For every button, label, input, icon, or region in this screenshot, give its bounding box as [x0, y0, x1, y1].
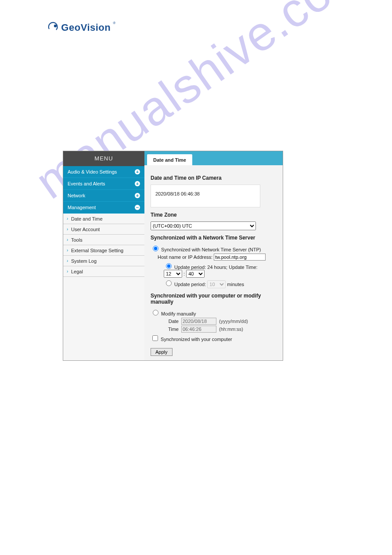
- logo-tm: ®: [112, 21, 116, 25]
- submenu-label: User Account: [71, 227, 100, 232]
- update-period-select[interactable]: 10: [207, 280, 226, 288]
- logo-text: GeoVision: [61, 22, 111, 33]
- heading-ntp: Synchronized with a Network Time Server: [151, 235, 277, 241]
- submenu-label: Date and Time: [71, 216, 103, 221]
- svg-point-0: [54, 25, 57, 27]
- sidebar-item-network[interactable]: Network +: [63, 190, 144, 202]
- update-period-radio[interactable]: [166, 280, 172, 286]
- submenu-item-legal[interactable]: Legal: [63, 266, 144, 277]
- update-period-label-a: Update period:: [174, 282, 206, 287]
- submenu-label: Tools: [71, 237, 83, 243]
- sync-pc-checkbox[interactable]: [152, 335, 158, 341]
- tab-date-time[interactable]: Date and Time: [147, 154, 192, 165]
- plus-icon: +: [135, 193, 140, 198]
- time-hint: (hh:mm:ss): [219, 326, 243, 332]
- submenu-item-tools[interactable]: Tools: [63, 235, 144, 245]
- date-input[interactable]: [181, 318, 216, 325]
- plus-icon: +: [135, 181, 140, 186]
- sync-pc-label: Synchronized with your computer: [161, 337, 232, 342]
- update-24h-radio[interactable]: [166, 263, 172, 269]
- time-label: Time: [164, 326, 179, 332]
- submenu: Date and Time User Account Tools Externa…: [63, 214, 144, 277]
- ntp-radio-label: Synchronized with Network Time Server (N…: [161, 247, 261, 252]
- minus-icon: −: [135, 205, 140, 210]
- update-period-label-b: minutes: [227, 282, 244, 287]
- sidebar-spacer: [63, 277, 144, 330]
- update-colon: :: [183, 271, 185, 276]
- timezone-select[interactable]: (UTC+00:00) UTC: [151, 221, 256, 230]
- manual-radio[interactable]: [153, 310, 158, 316]
- host-label: Host name or IP Address:: [158, 254, 212, 260]
- apply-button[interactable]: Apply: [151, 348, 173, 356]
- update-24h-label: Update period: 24 hours; Update Time:: [174, 265, 258, 270]
- current-datetime-display: 2020/08/18 06:46:38: [151, 185, 260, 207]
- date-label: Date: [164, 319, 179, 324]
- update-hour-select[interactable]: 12: [164, 270, 182, 278]
- sidebar-item-label: Audio & Video Settings: [68, 169, 117, 174]
- plus-icon: +: [135, 169, 140, 174]
- submenu-item-system-log[interactable]: System Log: [63, 256, 144, 266]
- time-input[interactable]: [181, 326, 216, 333]
- brand-logo: GeoVision ®: [47, 21, 116, 34]
- submenu-label: External Storage Setting: [71, 248, 123, 253]
- settings-panel: Date and Time on IP Camera 2020/08/18 06…: [144, 165, 283, 360]
- app-window: MENU Audio & Video Settings + Events and…: [63, 151, 283, 361]
- heading-timezone: Time Zone: [151, 212, 277, 218]
- ntp-radio[interactable]: [153, 246, 158, 251]
- heading-camera-time: Date and Time on IP Camera: [151, 175, 277, 181]
- menu-title: MENU: [63, 151, 144, 166]
- sidebar-item-label: Network: [68, 193, 85, 198]
- host-input[interactable]: [214, 254, 266, 261]
- sidebar-item-management[interactable]: Management −: [63, 202, 144, 214]
- date-hint: (yyyy/mm/dd): [219, 319, 248, 324]
- update-min-select[interactable]: 40: [186, 270, 205, 278]
- logo-swoosh-icon: [47, 21, 59, 34]
- submenu-label: System Log: [71, 258, 97, 264]
- submenu-item-external-storage[interactable]: External Storage Setting: [63, 245, 144, 256]
- content-area: Date and Time Date and Time on IP Camera…: [144, 151, 283, 360]
- submenu-label: Legal: [71, 269, 83, 274]
- tab-bar: Date and Time: [144, 151, 283, 165]
- sidebar-item-events-alerts[interactable]: Events and Alerts +: [63, 178, 144, 190]
- sidebar-item-label: Management: [68, 205, 96, 210]
- submenu-item-date-time[interactable]: Date and Time: [63, 214, 144, 224]
- sidebar: MENU Audio & Video Settings + Events and…: [63, 151, 144, 360]
- manual-radio-label: Modify manually: [161, 311, 196, 316]
- sidebar-item-label: Events and Alerts: [68, 181, 105, 186]
- submenu-item-user-account[interactable]: User Account: [63, 224, 144, 235]
- sidebar-item-audio-video[interactable]: Audio & Video Settings +: [63, 166, 144, 178]
- heading-manual: Synchronized with your computer or modif…: [151, 293, 277, 305]
